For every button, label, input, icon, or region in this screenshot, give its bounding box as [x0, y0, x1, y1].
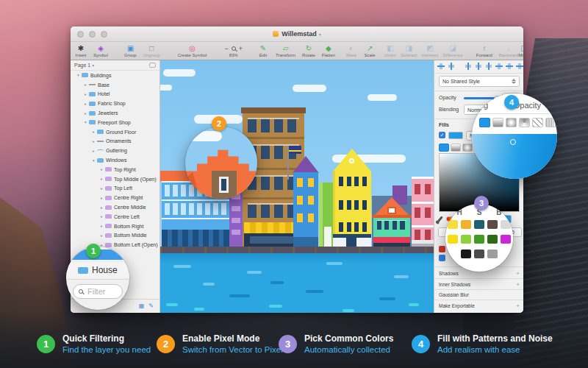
- disclosure-icon[interactable]: ▸: [98, 177, 105, 181]
- color-swatch[interactable]: [487, 220, 498, 229]
- fill-radial-gradient-button[interactable]: [506, 118, 517, 127]
- layer-row[interactable]: ▸ Hotel: [71, 90, 159, 99]
- color-swatch[interactable]: [487, 250, 498, 258]
- color-swatch[interactable]: [461, 235, 471, 244]
- toolbar-button[interactable]: ↗ Scale: [364, 45, 376, 57]
- add-icon[interactable]: +: [516, 271, 520, 277]
- color-swatch[interactable]: [448, 220, 458, 229]
- water[interactable]: [160, 253, 434, 313]
- dock-edge[interactable]: [160, 247, 434, 253]
- layer-row[interactable]: ▸ Base: [71, 80, 159, 90]
- eyedropper-icon[interactable]: [437, 216, 442, 222]
- disclosure-icon[interactable]: ▸: [90, 149, 97, 153]
- color-swatch[interactable]: [501, 235, 511, 244]
- disclosure-icon[interactable]: ▸: [98, 233, 105, 238]
- disclosure-icon[interactable]: ▸: [82, 102, 89, 106]
- add-icon[interactable]: +: [516, 303, 520, 309]
- cloud[interactable]: [368, 94, 397, 101]
- house-layer-row[interactable]: House: [66, 263, 129, 277]
- preset-swatch-red[interactable]: [439, 246, 445, 252]
- layer-row[interactable]: ▸ Guttering: [71, 146, 159, 155]
- toolbar-button[interactable]: □ Ungroup: [143, 45, 160, 57]
- add-icon[interactable]: +: [516, 282, 520, 288]
- color-swatch[interactable]: [487, 235, 498, 244]
- toolbar-button[interactable]: ▣ Group: [124, 45, 137, 57]
- layer-row[interactable]: ▸ Bottom Left (Open): [71, 240, 159, 250]
- disclosure-icon[interactable]: ▸: [82, 82, 89, 87]
- align-right-icon[interactable]: [485, 63, 492, 70]
- disclosure-icon[interactable]: ▸: [90, 139, 97, 144]
- zoom-out-button[interactable]: −: [224, 46, 228, 52]
- layer-row[interactable]: ▾ Freeport Shop: [71, 118, 159, 127]
- fill-angular-gradient-button[interactable]: [519, 118, 530, 127]
- disclosure-icon[interactable]: ▸: [82, 111, 89, 116]
- fill-solid-button[interactable]: [479, 118, 490, 127]
- fill-color-swatch[interactable]: [448, 132, 463, 139]
- disclosure-icon[interactable]: ▾: [82, 120, 89, 124]
- toolbar-button[interactable]: ◨ Subtract: [401, 45, 417, 57]
- curacao-flag[interactable]: [289, 146, 301, 154]
- close-button[interactable]: [77, 31, 84, 38]
- toolbar-button[interactable]: ✎ Edit: [257, 45, 269, 57]
- toolbar-button[interactable]: ↻ Rotate: [302, 45, 315, 57]
- zoom-in-button[interactable]: +: [239, 46, 243, 52]
- toolbar-button[interactable]: ◫ Mirror: [518, 45, 523, 57]
- layer-row[interactable]: ▸ Centre Left: [71, 212, 159, 222]
- align-center-icon[interactable]: [475, 63, 482, 70]
- disclosure-icon[interactable]: ▸: [90, 130, 97, 134]
- toolbar-button[interactable]: ↓ Backward: [499, 45, 518, 57]
- color-swatch[interactable]: [448, 235, 458, 244]
- layer-row[interactable]: ▸ Top Right: [71, 165, 159, 174]
- fill-radial-gradient-button[interactable]: [462, 144, 473, 152]
- toolbar-button[interactable]: ◩ Intersect: [421, 45, 438, 57]
- toolbar-button[interactable]: ◧ Union: [384, 45, 396, 57]
- traffic-lights[interactable]: [77, 31, 107, 38]
- layer-row[interactable]: ▸ Bottom Right: [71, 222, 159, 231]
- distribute-horizontal-icon[interactable]: [437, 63, 445, 70]
- disclosure-icon[interactable]: ▾: [75, 73, 82, 77]
- cloud[interactable]: [163, 69, 196, 77]
- make-exportable-section[interactable]: Make Exportable +: [439, 302, 520, 310]
- title-chevron-icon[interactable]: ▾: [319, 32, 321, 37]
- cloud[interactable]: [160, 85, 172, 91]
- toolbar-button[interactable]: ◪ Difference: [442, 45, 462, 57]
- layer-row[interactable]: ▸ Top Middle (Open): [71, 174, 159, 184]
- toolbar-button[interactable]: ◆ Flatten: [322, 45, 335, 57]
- color-swatch[interactable]: [474, 220, 484, 229]
- layer-row[interactable]: ▸ Centre Middle: [71, 202, 159, 212]
- cloud[interactable]: [293, 85, 326, 92]
- disclosure-icon[interactable]: ▸: [98, 205, 105, 210]
- fill-pattern-button[interactable]: [532, 118, 543, 127]
- layer-row[interactable]: ▸ Ground Floor: [71, 127, 159, 137]
- page-header[interactable]: Page 1 ▾: [71, 60, 159, 71]
- disclosure-icon[interactable]: ▸: [98, 214, 105, 219]
- filter-input[interactable]: [86, 286, 115, 297]
- preset-swatch-blue[interactable]: [439, 255, 445, 261]
- edit-pencil-icon[interactable]: ✎: [148, 303, 154, 309]
- color-swatch[interactable]: [461, 220, 471, 229]
- align-bottom-icon[interactable]: [516, 63, 523, 70]
- building-teal-shop[interactable]: [373, 197, 410, 247]
- layout-columns-icon[interactable]: ▦: [139, 303, 145, 309]
- align-middle-icon[interactable]: [506, 63, 513, 70]
- layer-row[interactable]: ▸ Ornaments: [71, 137, 159, 146]
- toolbar-button[interactable]: ✱ Insert: [75, 45, 87, 57]
- disclosure-icon[interactable]: ▸: [98, 224, 105, 228]
- shared-style-select[interactable]: No Shared Style: [439, 76, 520, 87]
- color-swatch[interactable]: [474, 250, 484, 258]
- layer-row[interactable]: ▾ Windows: [71, 155, 159, 165]
- layer-row[interactable]: ▸ Fabric Shop: [71, 99, 159, 108]
- fill-linear-gradient-button[interactable]: [451, 144, 461, 152]
- zoom-button[interactable]: [101, 31, 107, 38]
- disclosure-icon[interactable]: ▾: [90, 158, 97, 163]
- minimize-button[interactable]: [89, 31, 96, 38]
- inner-shadows-section[interactable]: Inner Shadows +: [439, 280, 520, 289]
- building-yellow-tall[interactable]: [333, 149, 371, 247]
- toolbar-button[interactable]: ◎ Create Symbol: [178, 45, 207, 57]
- align-left-icon[interactable]: [465, 63, 472, 70]
- toolbar-button[interactable]: ◐ Mask: [345, 45, 357, 57]
- distribute-vertical-icon[interactable]: [448, 63, 455, 70]
- align-top-icon[interactable]: [495, 63, 503, 70]
- page-list-icon[interactable]: [149, 63, 156, 68]
- disclosure-icon[interactable]: ▸: [98, 186, 105, 191]
